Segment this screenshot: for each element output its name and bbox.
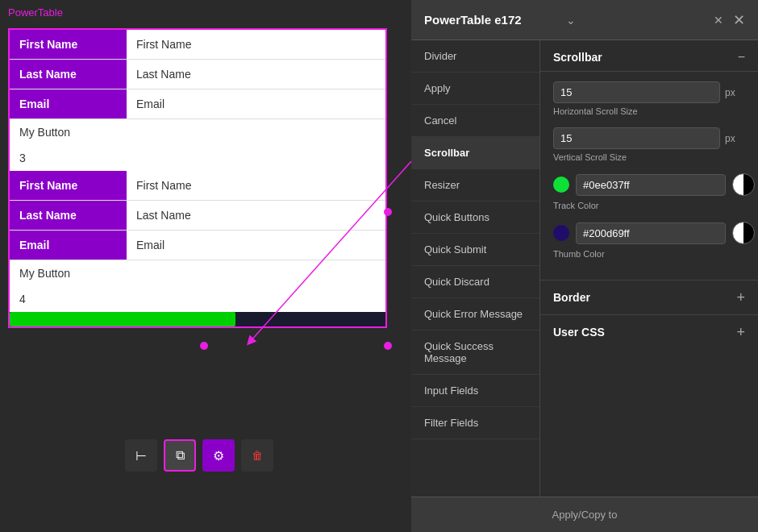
handle-right-middle[interactable] <box>384 208 392 216</box>
nav-item-resizer[interactable]: Resizer <box>411 169 539 202</box>
panel-footer: Apply/Copy to <box>411 497 758 532</box>
border-section-header[interactable]: Border + <box>540 281 758 314</box>
handle-bottom-right[interactable] <box>384 342 392 350</box>
external-button[interactable]: ⧉ <box>164 439 196 472</box>
cell-label-email-1: Email <box>10 89 127 118</box>
row-number-1: 3 <box>10 145 385 171</box>
delete-button[interactable]: 🗑 <box>241 439 273 472</box>
powertable-label: PowerTable <box>8 6 63 19</box>
cell-label-lastname-2: Last Name <box>10 201 127 230</box>
track-color-dot[interactable] <box>553 177 569 193</box>
my-button-2: My Button <box>10 260 385 286</box>
horizontal-scroll-input[interactable] <box>553 81 720 103</box>
gear-icon: ⚙ <box>213 448 224 463</box>
vertical-scroll-input[interactable] <box>553 127 720 149</box>
collapse-icon: ⊢ <box>135 448 147 463</box>
panel-body: Divider Apply Cancel Scrollbar Resizer Q… <box>411 40 758 497</box>
cell-value-lastname-1: Last Name <box>127 60 385 89</box>
scrollbar-section-body: px Horizontal Scroll Size px Vertical Sc… <box>540 72 758 280</box>
panel-title: PowerTable e172 <box>424 13 563 27</box>
nav-item-quick-discard[interactable]: Quick Discard <box>411 266 539 298</box>
cell-label-firstname-2: First Name <box>10 171 127 200</box>
thumb-color-input[interactable] <box>576 222 726 244</box>
handle-bottom-middle[interactable] <box>200 342 208 350</box>
bottom-toolbar: ⊢ ⧉ ⚙ 🗑 <box>125 439 273 472</box>
thumb-contrast-button[interactable] <box>732 222 755 244</box>
nav-item-cancel[interactable]: Cancel <box>411 105 539 137</box>
settings-button[interactable]: ⚙ <box>202 439 235 472</box>
dropdown-arrow-icon[interactable]: ⌄ <box>566 14 576 27</box>
track-color-field: Track Color <box>553 173 745 210</box>
vertical-scroll-field: px Vertical Scroll Size <box>553 127 745 162</box>
cell-label-lastname-1: Last Name <box>10 60 127 89</box>
scrollbar-row <box>10 312 385 326</box>
cell-value-firstname-1: First Name <box>127 30 385 59</box>
table-row: Email Email <box>10 231 385 260</box>
table-row: Last Name Last Name <box>10 201 385 231</box>
track-contrast-button[interactable] <box>732 173 755 196</box>
cell-label-firstname-1: First Name <box>10 30 127 59</box>
nav-item-scrollbar[interactable]: Scrollbar <box>411 137 539 169</box>
scrollbar-section-title: Scrollbar <box>553 51 738 64</box>
border-section: Border + <box>540 280 758 314</box>
table-row: First Name First Name <box>10 171 385 201</box>
table-row: First Name First Name <box>10 30 385 60</box>
cell-value-firstname-2: First Name <box>127 171 385 200</box>
scrollbar-collapse-button[interactable]: − <box>738 50 745 64</box>
cell-value-email-2: Email <box>127 231 385 260</box>
track-color-input[interactable] <box>576 174 726 196</box>
my-button-1: My Button <box>10 119 385 145</box>
panel-nav: Divider Apply Cancel Scrollbar Resizer Q… <box>411 40 540 497</box>
border-expand-icon: + <box>736 290 745 305</box>
panel-header: PowerTable e172 ⌄ ✕ ✕ <box>411 0 758 40</box>
table-section-2: First Name First Name Last Name Last Nam… <box>10 171 385 312</box>
nav-item-input-fields[interactable]: Input Fields <box>411 375 539 407</box>
vertical-scroll-label: Vertical Scroll Size <box>553 152 745 162</box>
table-widget: First Name First Name Last Name Last Nam… <box>8 28 387 328</box>
panel-content: Scrollbar − px Horizontal Scroll Size <box>540 40 758 497</box>
external-icon: ⧉ <box>176 448 185 463</box>
nav-item-quick-error[interactable]: Quick Error Message <box>411 298 539 330</box>
nav-item-quick-buttons[interactable]: Quick Buttons <box>411 202 539 234</box>
scrollbar-thumb[interactable] <box>10 312 235 326</box>
nav-item-filter-fields[interactable]: Filter Fields <box>411 407 539 439</box>
close-icon[interactable]: ✕ <box>733 11 745 29</box>
horizontal-unit-label: px <box>725 87 745 98</box>
user-css-expand-icon: + <box>736 325 745 339</box>
cell-value-lastname-2: Last Name <box>127 201 385 230</box>
canvas-area: PowerTable First Name First Name Last Na… <box>0 0 411 532</box>
nav-item-apply[interactable]: Apply <box>411 73 539 105</box>
nav-item-quick-submit[interactable]: Quick Submit <box>411 234 539 266</box>
collapse-button[interactable]: ⊢ <box>125 439 157 472</box>
vertical-unit-label: px <box>725 133 745 144</box>
cell-value-email-1: Email <box>127 89 385 118</box>
apply-copy-button[interactable]: Apply/Copy to <box>552 509 618 521</box>
trash-icon: 🗑 <box>252 449 263 462</box>
thumb-color-dot[interactable] <box>553 225 569 241</box>
table-row: Last Name Last Name <box>10 60 385 89</box>
row-number-2: 4 <box>10 286 385 312</box>
thumb-color-field: Thumb Color <box>553 222 745 259</box>
scrollbar-section-header: Scrollbar − <box>540 40 758 72</box>
right-panel: PowerTable e172 ⌄ ✕ ✕ Divider Apply Canc… <box>411 0 758 532</box>
user-css-section-title: User CSS <box>553 326 736 339</box>
horizontal-scroll-field: px Horizontal Scroll Size <box>553 81 745 116</box>
horizontal-scroll-label: Horizontal Scroll Size <box>553 106 745 116</box>
thumb-color-label: Thumb Color <box>553 249 745 259</box>
nav-item-quick-success[interactable]: Quick Success Message <box>411 330 539 375</box>
user-css-section: User CSS + <box>540 314 758 349</box>
nav-item-divider[interactable]: Divider <box>411 40 539 73</box>
scrollbar-section: Scrollbar − px Horizontal Scroll Size <box>540 40 758 280</box>
user-css-section-header[interactable]: User CSS + <box>540 315 758 349</box>
border-section-title: Border <box>553 291 736 304</box>
track-color-label: Track Color <box>553 201 745 210</box>
pin-icon[interactable]: ✕ <box>714 14 723 27</box>
table-section-1: First Name First Name Last Name Last Nam… <box>10 30 385 171</box>
table-row: Email Email <box>10 89 385 119</box>
cell-label-email-2: Email <box>10 231 127 260</box>
